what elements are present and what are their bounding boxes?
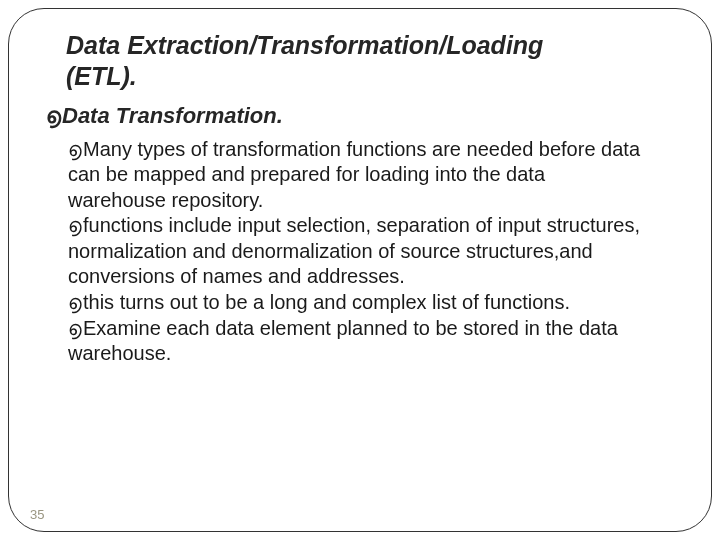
bullet-icon: ൭ (68, 316, 82, 342)
list-item: ൭Examine each data element planned to be… (68, 316, 674, 367)
content-area: ൭Data Transformation. ൭Many types of tra… (46, 103, 674, 367)
body-text: ൭Many types of transformation functions … (68, 137, 674, 367)
bullet-text: this turns out to be a long and complex … (83, 291, 570, 313)
section-heading-text: Data Transformation. (62, 103, 283, 128)
bullet-icon: ൭ (68, 290, 82, 316)
bullet-icon: ൭ (68, 213, 82, 239)
section-heading: ൭Data Transformation. (46, 103, 674, 129)
bullet-continuation: can be mapped and prepared for loading i… (68, 162, 674, 188)
bullet-text: Examine each data element planned to be … (68, 317, 618, 365)
list-item: ൭Many types of transformation functions … (68, 137, 674, 163)
list-item: ൭functions include input selection, sepa… (68, 213, 674, 290)
page-number: 35 (30, 507, 44, 522)
slide-title: Data Extraction/Transformation/Loading (… (66, 30, 694, 93)
title-line-2: (ETL). (66, 62, 137, 90)
slide: Data Extraction/Transformation/Loading (… (0, 0, 720, 540)
title-line-1: Data Extraction/Transformation/Loading (66, 31, 543, 59)
bullet-icon: ൭ (46, 103, 61, 129)
bullet-continuation: warehouse repository. (68, 188, 674, 214)
bullet-icon: ൭ (68, 137, 82, 163)
list-item: ൭this turns out to be a long and complex… (68, 290, 674, 316)
bullet-text: functions include input selection, separ… (68, 214, 640, 287)
bullet-text: Many types of transformation functions a… (83, 138, 640, 160)
